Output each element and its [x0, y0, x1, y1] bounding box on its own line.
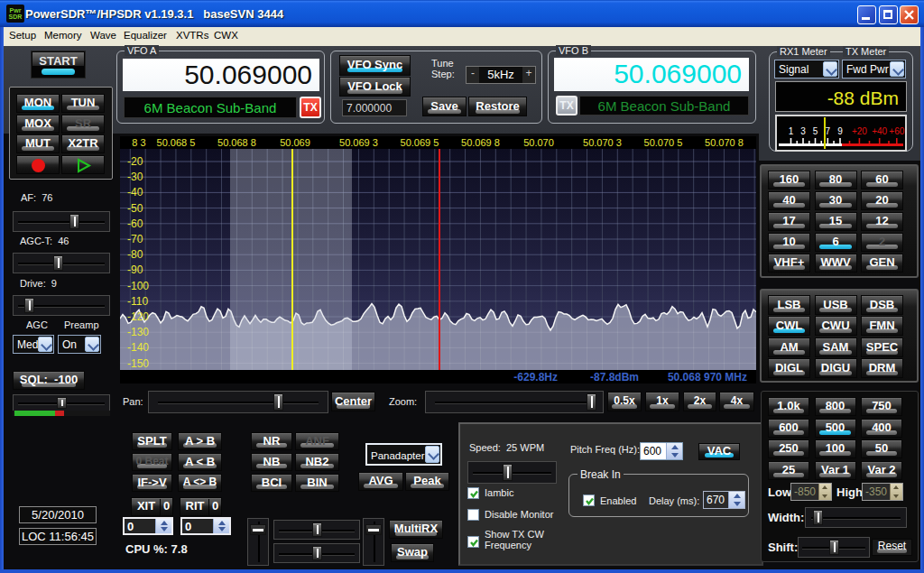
svg-text:50.069 3: 50.069 3 [339, 137, 378, 148]
svg-text:+20: +20 [852, 126, 867, 136]
svg-text:-40: -40 [127, 186, 143, 199]
svg-text:-30: -30 [127, 171, 143, 183]
svg-text:-87.8dBm: -87.8dBm [590, 371, 639, 384]
svg-text:3: 3 [800, 126, 806, 136]
svg-text:50.068 970 MHz: 50.068 970 MHz [668, 371, 747, 384]
svg-text:-60: -60 [127, 217, 143, 230]
svg-text:-140: -140 [127, 341, 149, 354]
svg-text:50.070 8: 50.070 8 [705, 137, 744, 148]
svg-text:8 3: 8 3 [132, 137, 145, 148]
svg-text:50.070: 50.070 [523, 137, 554, 148]
svg-text:50.069 5: 50.069 5 [401, 137, 439, 148]
svg-text:-20: -20 [127, 155, 143, 168]
svg-text:-120: -120 [127, 310, 149, 323]
svg-text:50.069 8: 50.069 8 [461, 137, 500, 148]
svg-text:-70: -70 [127, 233, 143, 245]
svg-text:50.069: 50.069 [280, 137, 310, 148]
svg-text:-50: -50 [127, 202, 143, 215]
svg-text:5: 5 [813, 126, 818, 136]
svg-text:+40: +40 [872, 126, 887, 136]
svg-text:50.068 5: 50.068 5 [157, 137, 196, 148]
svg-text:-150: -150 [127, 357, 149, 370]
svg-text:-130: -130 [127, 326, 149, 338]
svg-text:7: 7 [826, 126, 831, 136]
svg-text:-80: -80 [127, 248, 143, 261]
svg-text:-100: -100 [127, 280, 149, 292]
svg-text:+60: +60 [889, 126, 904, 136]
svg-text:50.070 3: 50.070 3 [583, 137, 622, 148]
svg-text:-629.8Hz: -629.8Hz [513, 371, 558, 384]
svg-text:1: 1 [789, 126, 794, 136]
svg-text:50.068 8: 50.068 8 [217, 137, 256, 148]
svg-text:50.070 5: 50.070 5 [644, 137, 683, 148]
svg-text:9: 9 [837, 126, 843, 136]
svg-text:-110: -110 [127, 295, 148, 308]
svg-text:-90: -90 [127, 263, 143, 276]
